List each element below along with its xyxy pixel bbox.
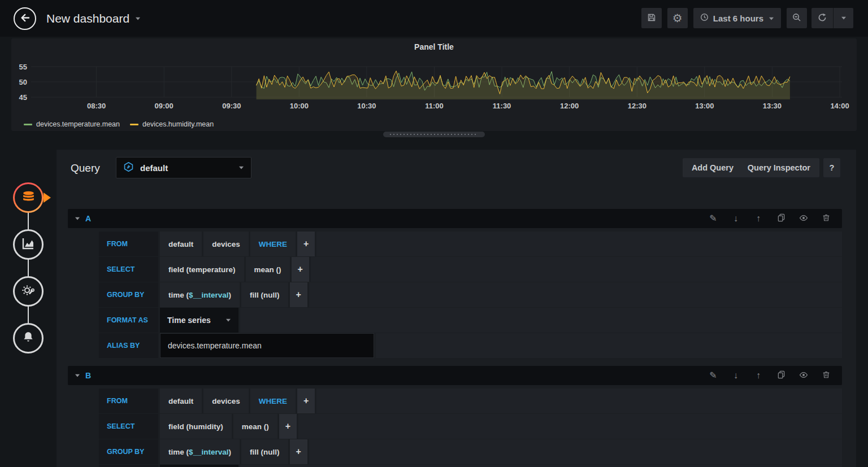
legend-item[interactable]: devices.temperature.mean (24, 120, 120, 128)
query-help-button[interactable]: ? (823, 158, 840, 177)
query-part[interactable]: time ($__interval) (160, 439, 240, 464)
query-part[interactable]: WHERE (250, 389, 296, 413)
move-up-query-button[interactable]: ↑ (747, 367, 770, 384)
duplicate-icon (777, 370, 785, 381)
query-part[interactable]: field (temperature) (160, 257, 244, 282)
row-filler (316, 232, 842, 256)
datasource-caret-icon (238, 163, 244, 173)
refresh-control (811, 8, 853, 28)
edit-icon: ✎ (709, 214, 717, 223)
query-actions: ✎↓↑ (702, 367, 837, 384)
query-part[interactable]: fill (null) (241, 282, 288, 307)
add-part-button[interactable]: + (290, 282, 307, 307)
legend-swatch-icon (24, 124, 32, 125)
duplicate-query-button[interactable] (770, 210, 792, 227)
duplicate-icon (777, 213, 785, 224)
format-select[interactable]: Time series (160, 465, 238, 467)
query-A-header[interactable]: A✎↓↑ (68, 209, 842, 228)
dashboard-settings-button[interactable]: ⚙ (667, 8, 688, 28)
gear-icon: ⚙ (672, 12, 683, 24)
svg-text:50: 50 (19, 78, 27, 86)
add-part-button[interactable]: + (297, 389, 315, 413)
row-filler (309, 439, 842, 464)
add-part-button[interactable]: + (297, 232, 315, 256)
refresh-interval-dropdown[interactable] (833, 8, 853, 28)
query-part[interactable]: devices (203, 232, 249, 256)
query-inspector-button[interactable]: Query Inspector (739, 158, 819, 177)
tab-alert[interactable] (13, 323, 44, 353)
time-range-label: Last 6 hours (713, 14, 763, 23)
svg-text:13:30: 13:30 (763, 102, 782, 110)
move-down-query-button[interactable]: ↓ (724, 367, 747, 384)
panel-resize-handle[interactable] (383, 132, 485, 137)
zoom-out-icon (792, 13, 801, 24)
collapse-caret-icon[interactable] (75, 213, 80, 224)
dashboard-title-caret-icon[interactable] (135, 16, 141, 21)
trash-query-button[interactable] (815, 367, 837, 384)
eye-icon (799, 370, 808, 381)
edit-query-button[interactable]: ✎ (702, 210, 724, 227)
database-icon (21, 189, 36, 207)
query-part[interactable]: time ($__interval) (160, 282, 240, 307)
legend-item[interactable]: devices.humidity.mean (130, 120, 214, 128)
query-part[interactable]: WHERE (250, 232, 296, 256)
query-part[interactable]: field (humidity) (160, 414, 232, 439)
row-filler (316, 389, 842, 413)
query-row-from: FROMdefaultdevicesWHERE+ (99, 232, 842, 256)
move-down-query-button[interactable]: ↓ (724, 210, 747, 227)
add-part-button[interactable]: + (290, 439, 307, 464)
move-down-icon: ↓ (734, 371, 738, 380)
tab-visualization[interactable] (13, 229, 44, 260)
query-row-alias-by: ALIAS BYdevices.temperature.mean (99, 333, 842, 358)
navbar-actions: ⚙ Last 6 hours (641, 8, 853, 28)
row-label: GROUP BY (99, 282, 158, 307)
edit-icon: ✎ (709, 371, 717, 380)
clock-icon (700, 13, 709, 23)
query-part[interactable]: mean () (233, 414, 277, 439)
trash-query-button[interactable] (815, 210, 837, 227)
row-label: FROM (99, 232, 158, 256)
svg-text:11:00: 11:00 (425, 102, 444, 110)
move-up-query-button[interactable]: ↑ (747, 210, 770, 227)
time-range-picker[interactable]: Last 6 hours (693, 8, 781, 28)
eye-query-button[interactable] (792, 367, 815, 384)
query-rows: FROMdefaultdevicesWHERE+SELECTfield (tem… (99, 232, 842, 358)
zoom-out-time-button[interactable] (787, 8, 807, 28)
save-dashboard-button[interactable] (641, 8, 662, 28)
edit-query-button[interactable]: ✎ (702, 367, 724, 384)
row-filler (311, 257, 842, 282)
bell-icon (21, 330, 35, 346)
query-part[interactable]: fill (null) (241, 439, 288, 464)
legend-series-name: devices.humidity.mean (142, 120, 214, 128)
back-button[interactable] (14, 7, 36, 30)
tab-queries[interactable] (13, 182, 44, 213)
query-row-group-by: GROUP BYtime ($__interval)fill (null)+ (99, 282, 842, 307)
dashboard-title[interactable]: New dashboard (46, 12, 129, 25)
refresh-button[interactable] (811, 8, 833, 28)
alias-input[interactable]: devices.temperature.mean (160, 333, 374, 358)
datasource-picker[interactable]: default (116, 157, 251, 178)
add-query-button[interactable]: Add Query (683, 158, 743, 177)
format-select[interactable]: Time series (160, 308, 238, 333)
add-part-button[interactable]: + (292, 257, 309, 282)
template-variable: $__interval (189, 448, 229, 456)
duplicate-query-button[interactable] (770, 367, 792, 384)
query-block-B: B✎↓↑FROMdefaultdevicesWHERE+SELECTfield … (68, 366, 842, 467)
collapse-caret-icon[interactable] (75, 370, 80, 381)
query-B-header[interactable]: B✎↓↑ (68, 366, 842, 385)
add-part-button[interactable]: + (279, 414, 297, 439)
tab-general[interactable] (13, 276, 44, 307)
row-filler (240, 308, 842, 333)
query-part[interactable]: mean () (246, 257, 290, 282)
query-row-select: SELECTfield (temperature)mean ()+ (99, 257, 842, 282)
navbar: New dashboard ⚙ Last 6 hours (0, 0, 868, 37)
eye-query-button[interactable] (792, 210, 815, 227)
query-part[interactable]: default (160, 389, 202, 413)
datasource-value: default (140, 163, 168, 173)
query-part[interactable]: devices (203, 389, 249, 413)
svg-text:45: 45 (19, 93, 27, 102)
query-part[interactable]: default (160, 232, 202, 256)
trash-icon (822, 370, 830, 381)
time-series-chart: 08:3009:0009:3010:0010:3011:0011:3012:00… (11, 38, 857, 131)
gear-wrench-icon (21, 283, 36, 300)
